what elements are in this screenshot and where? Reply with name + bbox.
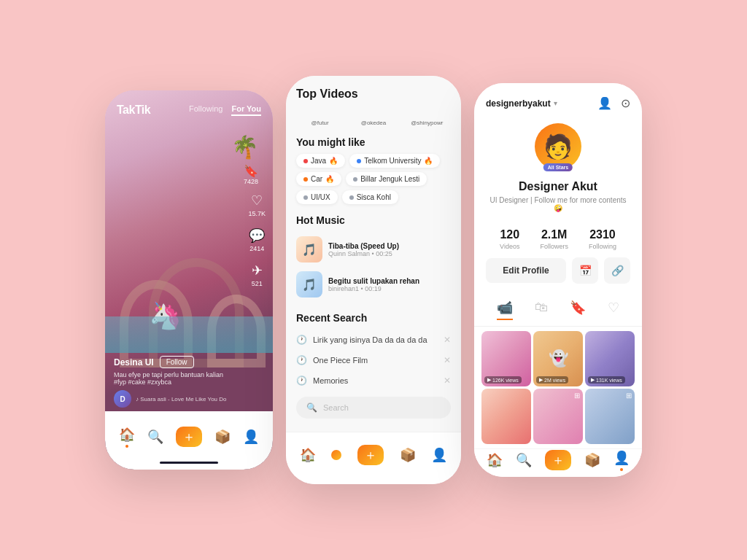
recent-text-1: Lirik yang isinya Da da da da da [313, 335, 438, 344]
tag-dot [303, 195, 308, 200]
grid-item-1[interactable]: ▶ 126K views [481, 331, 531, 386]
inbox-icon: 📦 [584, 452, 600, 468]
nav-search[interactable]: 🔍 [147, 429, 163, 445]
music-title-2: Begitu sulit lupakan rehan [328, 277, 451, 285]
create-button[interactable]: ＋ [176, 427, 202, 447]
tag-java[interactable]: Java 🔥 [296, 154, 345, 168]
sound-text: ♪ Suara asli - Love Me Like You Do [136, 396, 227, 402]
bookmark-action[interactable]: 🔖 7428 [244, 164, 258, 185]
tag-telkom[interactable]: Telkom University 🔥 [349, 154, 440, 168]
tag-car[interactable]: Car 🔥 [296, 172, 341, 186]
recent-item-2[interactable]: 🕐 One Piece Film ✕ [296, 350, 451, 370]
profile-bio: UI Designer | Follow me for more content… [486, 196, 630, 212]
grid-emoji-2: 👻 [549, 349, 568, 368]
video-thumb-3[interactable]: 🌅 S @shinypowr [403, 109, 451, 126]
nav-inbox[interactable]: 📦 [214, 429, 231, 445]
music-duration-2: 00:19 [365, 285, 382, 292]
tag-dot [357, 159, 361, 163]
tab-shop[interactable]: 🛍 [535, 300, 548, 320]
nav-inbox-3[interactable]: 📦 [584, 452, 600, 468]
grid-item-4[interactable] [481, 389, 531, 444]
follow-button[interactable]: Follow [160, 356, 194, 368]
tag-dot [349, 195, 354, 200]
creator-avatar: D [114, 390, 131, 408]
heart-icon: ♡ [251, 192, 263, 209]
tab-videos[interactable]: 📹 [497, 300, 513, 320]
search-bar[interactable]: 🔍 Search [296, 397, 451, 419]
tag-dot [303, 159, 308, 163]
share-action[interactable]: ✈ 521 [252, 262, 263, 287]
close-icon-2[interactable]: ✕ [444, 355, 451, 365]
top-videos-row: 🎁 F @futur 🏖 O @okedea [296, 109, 451, 126]
video-thumb-2[interactable]: 🏖 O @okedea [349, 109, 397, 126]
calendar-button[interactable]: 📅 [572, 257, 598, 284]
like-count: 15.7K [248, 210, 266, 217]
you-might-like-title: You might like [296, 136, 451, 148]
comment-action[interactable]: 💬 2414 [249, 228, 265, 252]
tag-icon: 🔥 [325, 175, 334, 183]
nav-following[interactable]: Following [189, 104, 222, 116]
recent-text-3: Memories [313, 376, 438, 385]
tag-dot [353, 177, 357, 182]
nav-profile[interactable]: 👤 [243, 429, 259, 445]
orange-dot [331, 450, 341, 460]
nav-home-2[interactable]: 🏠 [300, 447, 316, 463]
grid-item-5[interactable]: ⊞ [533, 389, 583, 444]
clock-icon: 🕐 [296, 335, 307, 345]
create-button-3[interactable]: ＋ [545, 450, 571, 470]
nav-dot[interactable] [331, 450, 341, 460]
phone-search: Top Videos 🎁 F @futur 🏖 O [286, 76, 461, 484]
music-thumb-1: 🎵 [296, 236, 322, 262]
edit-profile-button[interactable]: Edit Profile [486, 258, 566, 283]
tag-sisca[interactable]: Sisca Kohl [342, 190, 398, 204]
videos-label: Videos [500, 243, 519, 250]
grid-item-6[interactable]: ⊞ [585, 389, 635, 444]
music-item-2[interactable]: 🎵 Begitu sulit lupakan rehan binirehan1 … [296, 267, 451, 302]
grid-item-2[interactable]: 👻 ▶ 2M views [533, 331, 583, 386]
grid-item-3[interactable]: ▶ 131K views [585, 331, 635, 386]
tag-billar[interactable]: Billar Jenguk Lesti [346, 172, 427, 186]
music-duration-1: 00:25 [376, 250, 392, 257]
tag-dot [303, 177, 308, 182]
nav-search-3[interactable]: 🔍 [516, 452, 532, 468]
following-label: Following [589, 243, 616, 250]
nav-inbox-2[interactable]: 📦 [400, 447, 416, 463]
home-icon: 🏠 [487, 452, 503, 468]
profile-stats: 120 Videos 2.1M Followers 2310 Following [474, 221, 642, 257]
p1-nav: Following For You [189, 104, 261, 116]
home-icon: 🏠 [300, 447, 316, 463]
stat-videos: 120 Videos [500, 228, 519, 250]
close-icon-3[interactable]: ✕ [444, 376, 451, 386]
music-info-1: Tiba-tiba (Speed Up) Quinn Salman • 00:2… [328, 242, 451, 257]
nav-profile-3[interactable]: 👤 [614, 450, 630, 471]
multi-icon-6: ⊞ [626, 392, 632, 400]
profile-username: designerbyakut [486, 98, 551, 109]
more-icon[interactable]: ⊙ [621, 96, 630, 110]
like-action[interactable]: ♡ 15.7K [248, 192, 266, 217]
nav-home[interactable]: 🏠 [119, 427, 135, 448]
create-button-2[interactable]: ＋ [357, 445, 384, 465]
p3-bottom-nav: 🏠 🔍 ＋ 📦 👤 [474, 448, 642, 477]
add-user-icon[interactable]: 👤 [597, 96, 612, 110]
recent-item-3[interactable]: 🕐 Memories ✕ [296, 370, 451, 391]
share-count: 521 [252, 280, 263, 287]
share-profile-button[interactable]: 🔗 [604, 257, 630, 284]
close-icon-1[interactable]: ✕ [444, 335, 451, 345]
search-icon: 🔍 [306, 402, 317, 413]
header-icons: 👤 ⊙ [597, 96, 630, 110]
tab-saved[interactable]: 🔖 [570, 300, 586, 320]
recent-item-1[interactable]: 🕐 Lirik yang isinya Da da da da da ✕ [296, 330, 451, 350]
music-item-1[interactable]: 🎵 Tiba-tiba (Speed Up) Quinn Salman • 00… [296, 232, 451, 267]
creator-name: Desina UI [114, 357, 154, 368]
profile-icon: 👤 [431, 447, 447, 463]
nav-home-3[interactable]: 🏠 [487, 452, 503, 468]
comment-count: 2414 [249, 245, 264, 252]
tag-label: Billar Jenguk Lesti [360, 175, 419, 183]
video-thumb-1[interactable]: 🎁 F @futur [296, 109, 344, 126]
share-icon: 🔗 [611, 265, 624, 276]
nav-profile-2[interactable]: 👤 [431, 447, 447, 463]
tag-uiux[interactable]: UI/UX [296, 190, 338, 204]
tab-liked[interactable]: ♡ [608, 300, 619, 320]
nav-for-you[interactable]: For You [231, 104, 261, 116]
tag-label: UI/UX [311, 193, 330, 201]
